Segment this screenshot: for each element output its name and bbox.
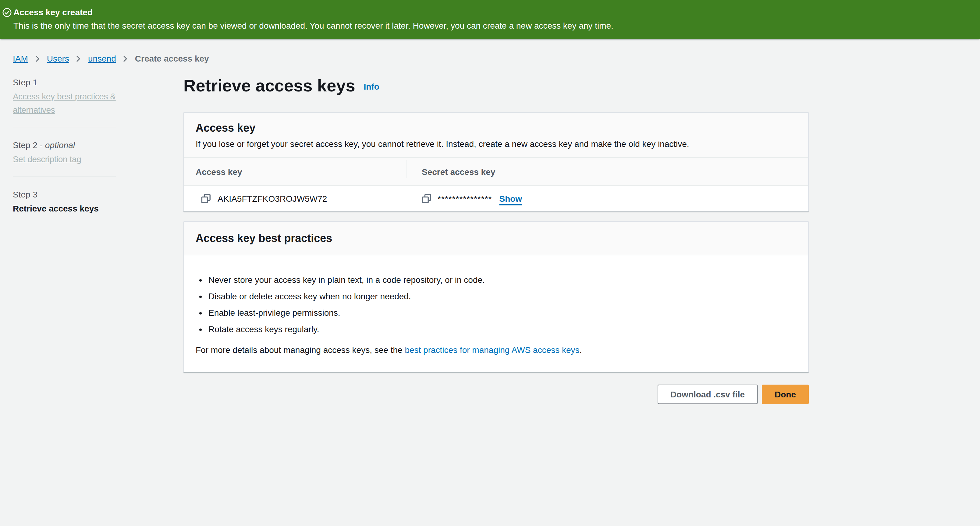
actions-bar: Download .csv file Done	[183, 385, 809, 404]
chevron-right-icon	[122, 55, 129, 62]
best-practices-link[interactable]: best practices for managing AWS access k…	[405, 345, 579, 355]
chevron-right-icon	[75, 55, 82, 62]
best-practices-card-title: Access key best practices	[196, 231, 797, 246]
step-nav: Step 1 Access key best practices & alter…	[13, 76, 125, 215]
chevron-right-icon	[34, 55, 41, 62]
check-circle-icon	[2, 8, 11, 17]
copy-icon[interactable]	[422, 194, 431, 203]
best-practices-footer: For more details about managing access k…	[196, 344, 797, 356]
breadcrumb-link-unsend[interactable]: unsend	[88, 52, 116, 65]
step2-optional-label: optional	[45, 140, 75, 150]
show-secret-link[interactable]: Show	[499, 194, 522, 203]
divider	[13, 176, 116, 177]
step3-label: Step 3	[13, 188, 125, 201]
best-practice-item: Rotate access keys regularly.	[208, 323, 797, 335]
best-practices-body: Never store your access key in plain tex…	[184, 255, 808, 372]
page-header: Retrieve access keysInfo	[183, 76, 809, 96]
best-practice-item: Enable least-privilege permissions.	[208, 307, 797, 319]
key-table-row: AKIA5FTZFKO3ROJW5W72 *************** Sho…	[184, 186, 808, 211]
best-practice-item: Disable or delete access key when no lon…	[208, 290, 797, 302]
access-key-card: Access key If you lose or forget your se…	[183, 112, 809, 211]
access-key-card-header: Access key If you lose or forget your se…	[184, 113, 808, 158]
step2-link[interactable]: Set description tag	[13, 154, 81, 164]
copy-icon[interactable]	[201, 194, 211, 203]
best-practices-list: Never store your access key in plain tex…	[196, 274, 797, 335]
step2-label: Step 2 - optional	[13, 138, 125, 152]
column-access-key: Access key	[196, 167, 242, 176]
step1-link[interactable]: Access key best practices & alternatives	[13, 91, 116, 114]
best-practice-item: Never store your access key in plain tex…	[208, 274, 797, 286]
main-content: Retrieve access keysInfo Access key If y…	[183, 0, 809, 404]
step1-label: Step 1	[13, 76, 125, 89]
done-button[interactable]: Done	[762, 385, 809, 404]
page: Access key created This is the only time…	[0, 0, 980, 526]
best-practices-card-header: Access key best practices	[184, 222, 808, 255]
breadcrumb: IAM Users unsend Create access key	[13, 52, 209, 65]
divider	[13, 127, 116, 127]
access-key-value: AKIA5FTZFKO3ROJW5W72	[218, 194, 327, 203]
info-link[interactable]: Info	[364, 82, 379, 91]
secret-access-key-masked: ***************	[438, 194, 492, 203]
key-table-header: Access key Secret access key	[184, 158, 808, 186]
breadcrumb-link-iam[interactable]: IAM	[13, 52, 28, 65]
banner-title: Access key created	[13, 6, 93, 19]
step3-current-title: Retrieve access keys	[13, 202, 125, 215]
page-title: Retrieve access keys	[183, 76, 355, 95]
access-key-card-title: Access key	[196, 121, 797, 135]
best-practices-card: Access key best practices Never store yo…	[183, 221, 809, 372]
breadcrumb-link-users[interactable]: Users	[47, 52, 69, 65]
access-key-card-description: If you lose or forget your secret access…	[196, 138, 797, 150]
column-secret-access-key: Secret access key	[422, 167, 495, 176]
download-csv-button[interactable]: Download .csv file	[658, 385, 757, 404]
